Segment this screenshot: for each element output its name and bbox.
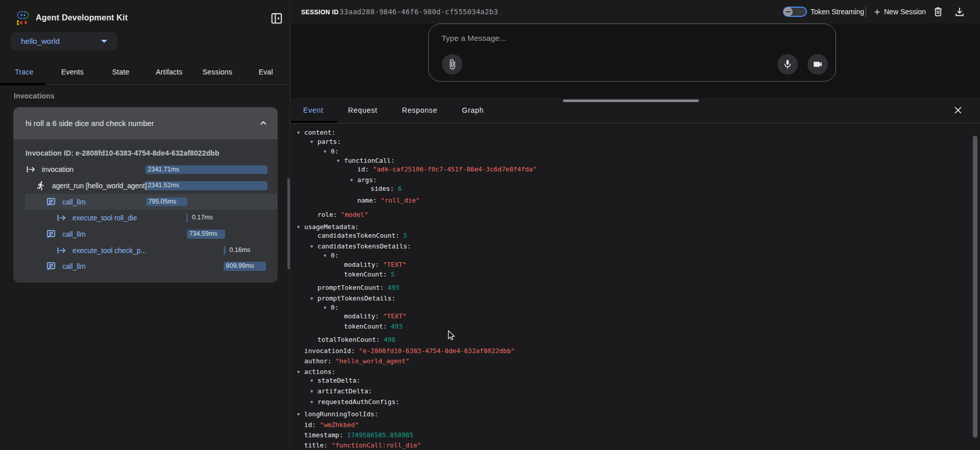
trace-row-execute-tool-roll-die[interactable]: execute_tool roll_die0.17ms [25, 210, 278, 226]
sidebar-tab-artifacts[interactable]: Artifacts [145, 59, 193, 85]
chat-icon [46, 261, 56, 271]
start-icon [26, 164, 36, 174]
expand-toggle-icon[interactable]: ▼ [324, 148, 331, 155]
trace-row-call-llm[interactable]: call_llm795.05ms [25, 194, 278, 210]
json-key: usageMetadata: [304, 223, 359, 231]
json-key: content: [304, 129, 335, 136]
trace-span-label: invocation [42, 162, 74, 178]
expand-toggle-icon[interactable]: ▼ [337, 158, 344, 164]
json-node-totalTokenCount: totalTokenCount: 498 [310, 334, 950, 344]
trace-row-execute-tool-check-p[interactable]: execute_tool check_p...0.16ms [25, 242, 278, 259]
expand-toggle-icon[interactable]: ▼ [297, 130, 304, 136]
invocation-id: Invocation ID: e-2808fd10-6383-4754-8de4… [26, 149, 219, 157]
json-node-actions: ▼actions:▼stateDelta:▼artifactDelta:▼req… [297, 366, 950, 409]
expand-toggle-icon[interactable]: ▼ [324, 305, 331, 311]
session-id-label: SESSION ID [301, 9, 338, 16]
json-key: modality: [344, 312, 379, 320]
chevron-up-icon[interactable] [257, 117, 270, 129]
invocations-section-title: Invocations [14, 92, 55, 100]
trace-row-call-llm[interactable]: call_llm809.99ms [25, 258, 278, 274]
json-row[interactable]: ▼requestedAuthConfigs: [310, 397, 950, 408]
json-key: name: [357, 196, 377, 204]
chat-area: Type a Message... [291, 23, 980, 98]
sidebar-tab-eval[interactable]: Eval [241, 59, 290, 85]
trace-row-call-llm[interactable]: call_llm734.59ms [25, 226, 278, 242]
paperclip-icon[interactable] [442, 54, 462, 74]
detail-tab-graph[interactable]: Graph [450, 98, 496, 122]
start-icon [56, 213, 66, 223]
json-row: name: "roll_die" [350, 195, 950, 206]
json-node-invocationId: invocationId: "e-2808fd10-6383-4754-8de4… [297, 346, 950, 356]
sidebar-tab-sessions[interactable]: Sessions [193, 59, 242, 85]
json-node-0: ▼0:▼functionCall:id: "adk-caf25106-f0c7-… [324, 146, 950, 209]
json-key: timestamp: [304, 431, 343, 439]
session-id-value: 33aad288-9846-46f6-980d-cf555034a2b3 [339, 8, 498, 16]
expand-toggle-icon[interactable]: ▼ [297, 369, 304, 376]
expand-toggle-icon[interactable]: ▼ [297, 411, 304, 418]
detail-tab-response[interactable]: Response [390, 98, 450, 122]
json-node-args: ▼args:sides: 6 [350, 174, 950, 195]
trace-details: Invocation ID: e-2808fd10-6383-4754-8de4… [13, 139, 278, 283]
trace-row-agent-run-hello-world-agent[interactable]: agent_run [hello_world_agent]2341.52ms [25, 178, 278, 194]
json-node-requestedAuthConfigs: ▼requestedAuthConfigs: [310, 397, 950, 408]
json-key: longRunningToolIds: [304, 410, 378, 418]
json-row[interactable]: ▼stateDelta: [310, 376, 950, 386]
sidebar-tab-events[interactable]: Events [48, 59, 97, 85]
token-streaming-toggle[interactable] [783, 7, 807, 17]
collapse-panel-icon[interactable] [270, 12, 283, 25]
json-value: "model" [337, 211, 368, 218]
json-value: "TEXT" [379, 312, 406, 320]
sidebar-tab-trace[interactable]: Trace [0, 59, 48, 85]
token-streaming-label: Token Streaming [811, 8, 864, 16]
sidebar: Agent Development Kit hello_world TraceE… [0, 0, 290, 450]
json-value: 5 [399, 232, 407, 239]
sidebar-tab-state[interactable]: State [96, 59, 145, 85]
detail-tab-request[interactable]: Request [336, 98, 390, 122]
event-json-tree: ▼content:▼parts:▼0:▼functionCall:id: "ad… [297, 127, 950, 450]
trash-icon[interactable] [933, 6, 944, 17]
expand-toggle-icon[interactable]: ▼ [350, 177, 357, 184]
expand-toggle-icon[interactable]: ▼ [310, 243, 317, 250]
dropdown-caret-icon [101, 40, 107, 43]
json-key: role: [317, 211, 337, 218]
message-input[interactable]: Type a Message... [442, 34, 506, 43]
trace-row-invocation[interactable]: invocation2341.71ms [25, 162, 278, 178]
expand-toggle-icon[interactable]: ▼ [310, 139, 317, 145]
trace-duration-label: 2341.52ms [145, 181, 180, 190]
videocam-icon[interactable] [807, 54, 828, 74]
json-node-content: ▼content:▼parts:▼0:▼functionCall:id: "ad… [297, 127, 950, 221]
trace-span-label: call_llm [62, 258, 86, 274]
invocation-card-header[interactable]: hi roll a 6 side dice and check number [13, 107, 278, 139]
json-key: tokenCount: [344, 270, 387, 278]
trace-duration-label: 734.59ms [187, 230, 217, 239]
detail-tab-event[interactable]: Event [291, 98, 336, 122]
json-value: 6 [394, 185, 402, 192]
download-icon[interactable] [954, 6, 965, 17]
json-row: candidatesTokenCount: 5 [310, 231, 950, 241]
json-row[interactable]: ▼artifactDelta: [310, 386, 950, 397]
json-children: ▼functionCall:id: "adk-caf25106-f0c7-451… [337, 155, 950, 207]
json-node-parts: ▼parts:▼0:▼functionCall:id: "adk-caf2510… [310, 136, 950, 210]
expand-toggle-icon[interactable]: ▼ [297, 224, 304, 231]
json-key: functionCall: [344, 157, 395, 164]
trace-duration-bar [186, 213, 188, 222]
expand-toggle-icon[interactable]: ▼ [310, 378, 317, 384]
json-children: ▼0:modality: "TEXT"tokenCount: 493 [324, 302, 950, 333]
close-icon[interactable] [953, 105, 963, 115]
json-key: id: [357, 165, 369, 173]
json-key: artifactDelta: [317, 387, 372, 395]
agent-select[interactable]: hello_world [11, 32, 117, 51]
new-session-button[interactable]: New Session [873, 6, 926, 18]
trace-span-label: execute_tool check_p... [72, 242, 146, 259]
microphone-icon[interactable] [777, 54, 798, 74]
json-node-stateDelta: ▼stateDelta: [310, 376, 950, 386]
json-row[interactable]: ▼longRunningToolIds: [297, 409, 950, 420]
vertical-scrollbar[interactable] [973, 136, 977, 438]
expand-toggle-icon[interactable]: ▼ [324, 253, 331, 259]
sidebar-scrollbar[interactable] [287, 178, 290, 269]
expand-toggle-icon[interactable]: ▼ [310, 388, 317, 395]
expand-toggle-icon[interactable]: ▼ [310, 399, 317, 406]
detail-tabs: EventRequestResponseGraph [291, 98, 980, 122]
expand-toggle-icon[interactable]: ▼ [310, 295, 317, 302]
json-children: modality: "TEXT"tokenCount: 5 [337, 259, 950, 280]
